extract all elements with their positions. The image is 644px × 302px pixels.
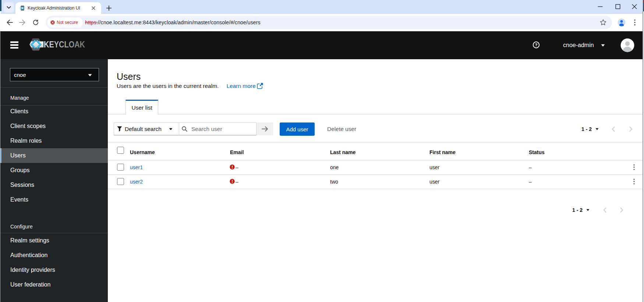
svg-text:?: ?	[535, 43, 537, 47]
svg-text:KEYCLOAK: KEYCLOAK	[44, 40, 85, 49]
